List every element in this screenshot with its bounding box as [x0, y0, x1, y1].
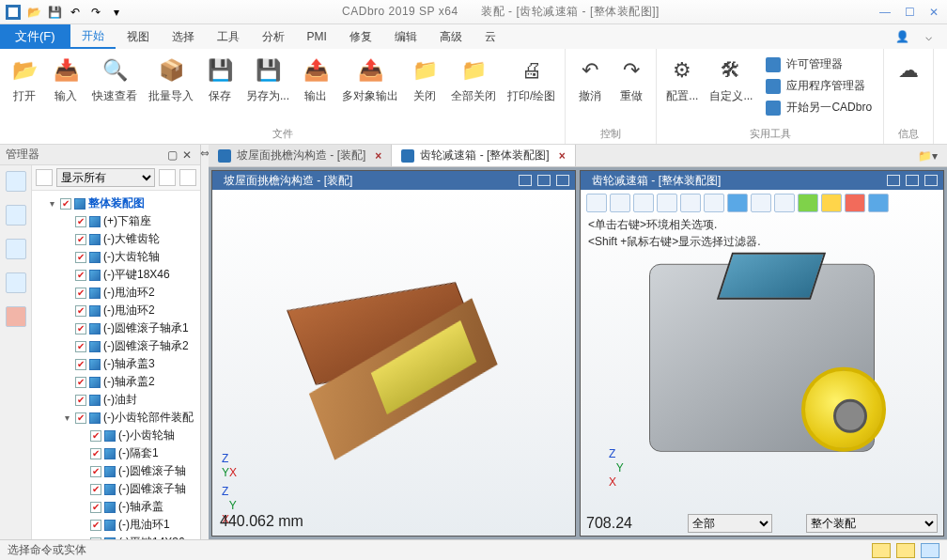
side-scene-icon[interactable] [6, 272, 26, 293]
new-instance-item[interactable]: 开始另一CADbro [762, 98, 876, 117]
viewport-right-canvas[interactable]: <单击右键>环境相关选项. <Shift +鼠标右键>显示选择过滤器. Z YX… [581, 190, 943, 536]
vt-btn[interactable] [751, 194, 771, 212]
vp-close-icon[interactable] [556, 175, 569, 186]
tab-view[interactable]: 视图 [116, 24, 161, 49]
multiexport-button[interactable]: 📤多对象输出 [338, 53, 402, 125]
vt-btn[interactable] [704, 194, 724, 212]
tree-item[interactable]: ✔(-)轴承盖3 [32, 355, 200, 373]
vp-min-icon[interactable] [519, 175, 532, 186]
tab-pmi[interactable]: PMI [296, 24, 338, 49]
tab-cloud[interactable]: 云 [474, 24, 507, 49]
tree-item[interactable]: ✔(-)隔套1 [32, 444, 200, 462]
tree-item[interactable]: ✔(+)下箱座 [32, 212, 200, 230]
vp-close-icon[interactable] [924, 175, 938, 186]
side-tree-icon[interactable] [6, 205, 26, 226]
save-button[interactable]: 💾保存 [201, 53, 239, 125]
filter-icon[interactable] [778, 513, 800, 534]
tree-item[interactable]: ✔(-)轴承盖2 [32, 373, 200, 391]
tree-item[interactable]: ✔(-)大齿轮轴 [32, 248, 200, 266]
config-button[interactable]: ⚙配置... [662, 53, 702, 125]
tree-item[interactable]: ✔(-)小齿轮轴 [32, 427, 200, 444]
assembly-scope-select[interactable]: 整个装配 [806, 514, 938, 533]
tree-item[interactable]: ✔(-)轴承盖 [32, 498, 200, 516]
closeall-button[interactable]: 📁全部关闭 [447, 53, 500, 125]
tree-item[interactable]: ✔(-)油封 [32, 391, 200, 409]
tab-analysis[interactable]: 分析 [251, 24, 296, 49]
tree-item[interactable]: ✔(-)平键18X46 [32, 266, 200, 284]
tab-tools[interactable]: 工具 [206, 24, 251, 49]
filter-btn1[interactable] [36, 169, 53, 186]
redo-icon[interactable]: ↷ [88, 5, 103, 20]
tree-item[interactable]: ✔(-)甩油环1 [32, 516, 200, 534]
vt-btn[interactable] [845, 194, 865, 212]
tab-edit[interactable]: 编辑 [383, 24, 428, 49]
maximize-icon[interactable]: ☐ [902, 5, 917, 20]
doctab-2-close-icon[interactable]: × [559, 149, 566, 163]
tree-item[interactable]: ✔(-)圆锥滚子轴承2 [32, 337, 200, 355]
tree-item[interactable]: ✔(-)圆锥滚子轴承1 [32, 319, 200, 337]
license-mgr-item[interactable]: 许可管理器 [762, 54, 876, 74]
vp-min-icon[interactable] [887, 175, 900, 186]
undo-icon[interactable]: ↶ [68, 5, 83, 20]
manager-pin-icon[interactable]: ▢ [164, 148, 179, 163]
assembly-tree[interactable]: ▾✔整体装配图 ✔(+)下箱座✔(-)大锥齿轮✔(-)大齿轮轴✔(-)平键18X… [32, 191, 200, 539]
file-menu[interactable]: 文件(F) [0, 24, 70, 49]
custom-button[interactable]: 🛠自定义... [706, 53, 756, 125]
tree-item[interactable]: ✔(-)圆锥滚子轴 [32, 462, 200, 480]
doctab-1-close-icon[interactable]: × [375, 149, 381, 163]
vt-btn[interactable] [610, 194, 630, 212]
splitter[interactable]: ⇔ [201, 145, 209, 539]
doctab-1[interactable]: 坡屋面挑檐沟构造 - [装配]× [209, 145, 392, 166]
vt-btn[interactable] [774, 194, 795, 212]
quickview-button[interactable]: 🔍快速查看 [88, 53, 141, 125]
close-icon[interactable]: ✕ [926, 5, 941, 20]
filter-select[interactable]: 显示所有 [56, 168, 155, 187]
qat-dropdown-icon[interactable]: ▾ [109, 5, 124, 20]
vt-btn[interactable] [586, 194, 607, 212]
tab-start[interactable]: 开始 [70, 24, 116, 49]
app-mgr-item[interactable]: 应用程序管理器 [762, 76, 876, 96]
vt-btn[interactable] [633, 194, 654, 212]
vt-btn[interactable] [657, 194, 677, 212]
vt-btn[interactable] [868, 194, 889, 212]
vt-btn[interactable] [727, 194, 748, 212]
side-red-icon[interactable] [6, 306, 26, 327]
saveas-button[interactable]: 💾另存为... [242, 53, 293, 125]
side-box-icon[interactable] [6, 239, 26, 259]
tree-root[interactable]: ▾✔整体装配图 [32, 194, 200, 212]
close-button[interactable]: 📁关闭 [406, 53, 443, 125]
open-icon[interactable]: 📂 [26, 5, 41, 20]
tab-advanced[interactable]: 高级 [428, 24, 474, 49]
tree-item[interactable]: ✔(-)大锥齿轮 [32, 230, 200, 248]
tree-item[interactable]: ✔(-)甩油环2 [32, 284, 200, 302]
import-button[interactable]: 📥输入 [47, 53, 85, 125]
tree-item[interactable]: ✔(-)甩油环2 [32, 302, 200, 319]
vp-max-icon[interactable] [537, 175, 551, 186]
export-button[interactable]: 📤输出 [297, 53, 334, 125]
info-button[interactable]: ☁ [890, 53, 927, 125]
open-button[interactable]: 📂打开 [6, 53, 43, 125]
status-btn-1[interactable] [872, 543, 891, 558]
filter-btn3[interactable] [179, 169, 196, 186]
minimize-icon[interactable]: — [877, 5, 893, 20]
status-btn-3[interactable] [921, 543, 939, 558]
manager-close-icon[interactable]: ✕ [179, 148, 194, 163]
save-icon[interactable]: 💾 [47, 5, 62, 20]
redo-button[interactable]: ↷重做 [613, 53, 650, 125]
tree-item[interactable]: ✔(-)圆锥滚子轴 [32, 480, 200, 498]
vt-btn[interactable] [798, 194, 818, 212]
doctab-overflow[interactable]: 📁▾ [908, 145, 947, 166]
tab-select[interactable]: 选择 [161, 24, 206, 49]
vp-max-icon[interactable] [906, 175, 919, 186]
print-button[interactable]: 🖨打印/绘图 [504, 53, 559, 125]
collapse-ribbon-icon[interactable]: ⌵ [921, 29, 936, 44]
filter-btn2[interactable] [159, 169, 176, 186]
doctab-2[interactable]: 齿轮减速箱 - [整体装配图]× [392, 145, 575, 166]
filter-scope-select[interactable]: 全部 [688, 514, 772, 533]
viewport-left-canvas[interactable]: ZYX Z YX 440.062 mm [212, 190, 575, 536]
user-icon[interactable]: 👤 [894, 29, 909, 44]
tab-repair[interactable]: 修复 [338, 24, 383, 49]
vt-btn[interactable] [680, 194, 701, 212]
tree-subassy[interactable]: ▾✔(-)小齿轮部件装配 [32, 409, 200, 427]
undo-button[interactable]: ↶撤消 [571, 53, 609, 125]
